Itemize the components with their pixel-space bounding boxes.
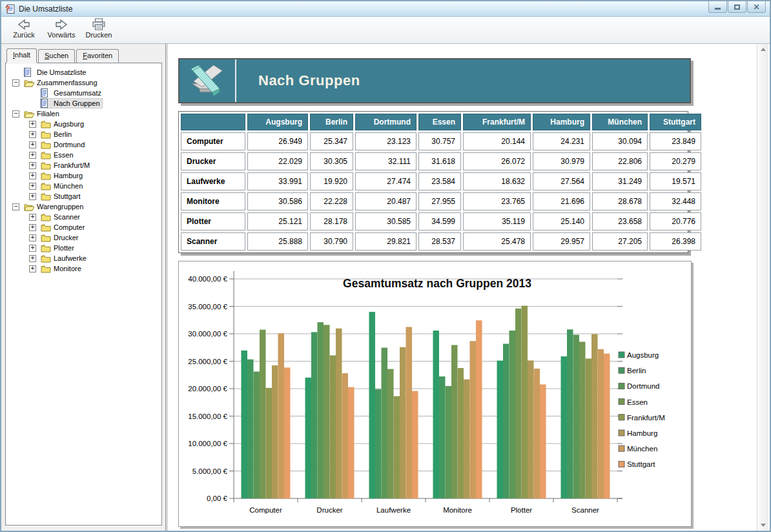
expander-plus-icon[interactable]: + bbox=[26, 141, 41, 148]
bar-m-nchen-computer bbox=[278, 333, 285, 498]
tree-item-m-nchen[interactable]: +München bbox=[6, 181, 161, 191]
tree-item-gesamtumsatz[interactable]: Gesamtumsatz bbox=[6, 88, 161, 98]
tree-item-warengruppen[interactable]: −Warengruppen bbox=[6, 201, 161, 212]
tree-item-die-umsatzliste[interactable]: Die Umsatzliste bbox=[6, 67, 161, 77]
tree-item-nach-gruppen[interactable]: Nach Gruppen bbox=[6, 98, 161, 108]
value-cell: 28.537 bbox=[418, 232, 461, 251]
tree-item-label: Hamburg bbox=[52, 171, 85, 180]
bar-essen-computer bbox=[260, 330, 266, 498]
column-header-stuttgart: Stuttgart bbox=[650, 114, 701, 130]
vertical-scrollbar[interactable] bbox=[757, 44, 768, 531]
value-cell: 21.696 bbox=[533, 192, 590, 210]
value-cell: 30.979 bbox=[533, 152, 590, 170]
legend-swatch-dortmund bbox=[619, 383, 624, 389]
tree-item-berlin[interactable]: +Berlin bbox=[6, 129, 161, 139]
minus-glyph: − bbox=[12, 110, 19, 118]
bar-augsburg-plotter bbox=[497, 361, 504, 499]
tree-item-frankfurt-m[interactable]: +Frankfurt/M bbox=[6, 160, 161, 170]
tab-suchen[interactable]: Suchen bbox=[38, 49, 75, 63]
value-cell: 19.920 bbox=[310, 172, 353, 190]
forward-button[interactable]: Vorwärts bbox=[44, 18, 79, 43]
expander-plus-icon[interactable]: + bbox=[26, 234, 41, 241]
nav-tabs: InhaltSuchenFavoriten bbox=[5, 49, 162, 63]
minimize-icon bbox=[715, 8, 721, 10]
bar-dortmund-plotter bbox=[509, 331, 516, 498]
bar-stuttgart-plotter bbox=[540, 384, 546, 498]
column-header-blank bbox=[181, 114, 245, 130]
bar-essen-scanner bbox=[579, 342, 586, 498]
expander-plus-icon[interactable]: + bbox=[26, 214, 41, 221]
value-cell: 23.849 bbox=[650, 132, 701, 150]
minimize-button[interactable] bbox=[708, 1, 727, 13]
expander-plus-icon[interactable]: + bbox=[26, 193, 41, 200]
print-label: Drucken bbox=[86, 31, 112, 39]
tree-item-laufwerke[interactable]: +Laufwerke bbox=[6, 253, 161, 263]
tree-entry: Gesamtumsatz bbox=[41, 88, 103, 97]
expander-plus-icon[interactable]: + bbox=[26, 152, 41, 159]
close-button[interactable]: ✕ bbox=[747, 1, 766, 13]
folder-closed-icon bbox=[41, 265, 51, 273]
tree-item-dortmund[interactable]: +Dortmund bbox=[6, 139, 161, 150]
plus-glyph: + bbox=[29, 234, 36, 241]
expander-plus-icon[interactable]: + bbox=[26, 131, 41, 138]
tab-favoriten[interactable]: Favoriten bbox=[76, 49, 119, 63]
tree-item-plotter[interactable]: +Plotter bbox=[6, 243, 161, 253]
help-app-icon: ? bbox=[5, 4, 15, 14]
legend-label-m-nchen: München bbox=[627, 445, 657, 453]
tree-item-zusammenfassung[interactable]: −Zusammenfassung bbox=[6, 77, 161, 88]
expander-plus-icon[interactable]: + bbox=[26, 245, 41, 252]
expander-minus-icon[interactable]: − bbox=[10, 203, 24, 210]
expander-plus-icon[interactable]: + bbox=[26, 172, 41, 179]
tree-item-monitore[interactable]: +Monitore bbox=[6, 263, 161, 274]
bar-m-nchen-plotter bbox=[534, 369, 540, 498]
expander-plus-icon[interactable]: + bbox=[26, 224, 41, 231]
scroll-down-button[interactable] bbox=[757, 520, 769, 531]
value-cell: 22.029 bbox=[247, 152, 308, 170]
tree-item-essen[interactable]: +Essen bbox=[6, 150, 161, 160]
value-cell: 32.111 bbox=[355, 152, 416, 170]
bar-augsburg-computer bbox=[242, 351, 248, 498]
page-icon bbox=[24, 68, 32, 77]
x-category-label: Computer bbox=[249, 506, 282, 514]
tab-inhalt[interactable]: Inhalt bbox=[6, 48, 37, 63]
tree-item-hamburg[interactable]: +Hamburg bbox=[6, 170, 161, 181]
expander-plus-icon[interactable]: + bbox=[26, 183, 41, 190]
folder-closed-icon bbox=[41, 234, 51, 242]
expander-plus-icon[interactable]: + bbox=[26, 255, 41, 262]
back-button[interactable]: Zurück bbox=[6, 18, 41, 43]
tree-entry: Computer bbox=[41, 223, 87, 232]
bar-essen-drucker bbox=[324, 325, 330, 498]
tree-item-augsburg[interactable]: +Augsburg bbox=[6, 119, 161, 129]
y-tick-label: 40.000,00 € bbox=[188, 275, 227, 283]
expander-plus-icon[interactable]: + bbox=[26, 162, 41, 169]
tree-item-drucker[interactable]: +Drucker bbox=[6, 232, 161, 243]
tree-item-label: Scanner bbox=[52, 212, 82, 221]
folder-closed-icon bbox=[41, 244, 51, 252]
x-category-label: Monitore bbox=[443, 506, 472, 514]
tree-item-computer[interactable]: +Computer bbox=[6, 222, 161, 232]
maximize-icon bbox=[734, 5, 740, 10]
tree-item-filialen[interactable]: −Filialen bbox=[6, 108, 161, 119]
expander-plus-icon[interactable]: + bbox=[26, 121, 41, 128]
expander-plus-icon[interactable]: + bbox=[26, 265, 41, 272]
expander-minus-icon[interactable]: − bbox=[10, 110, 24, 118]
plus-glyph: + bbox=[29, 224, 36, 231]
legend-label-berlin: Berlin bbox=[627, 367, 646, 374]
tree-item-label: München bbox=[52, 181, 85, 190]
column-header-frankfurt-m: Frankfurt/M bbox=[463, 114, 531, 130]
scroll-up-button[interactable] bbox=[757, 44, 769, 55]
tree-entry: Augsburg bbox=[41, 119, 86, 128]
print-button[interactable]: Drucken bbox=[81, 18, 116, 43]
value-cell: 22.806 bbox=[592, 152, 648, 170]
legend-swatch-essen bbox=[619, 399, 624, 405]
tree-item-label: Die Umsatzliste bbox=[35, 68, 88, 77]
sales-table-wrapper: AugsburgBerlinDortmundEssenFrankfurt/MHa… bbox=[178, 111, 688, 253]
maximize-button[interactable] bbox=[728, 1, 746, 13]
tree-item-scanner[interactable]: +Scanner bbox=[6, 212, 161, 222]
bar-m-nchen-monitore bbox=[470, 341, 477, 498]
value-cell: 20.279 bbox=[650, 152, 701, 170]
expander-minus-icon[interactable]: − bbox=[10, 79, 24, 87]
legend-label-stuttgart: Stuttgart bbox=[627, 460, 655, 468]
tree-item-stuttgart[interactable]: +Stuttgart bbox=[6, 191, 161, 201]
table-row-plotter: Plotter25.12128.17830.58534.59935.11925.… bbox=[181, 212, 701, 230]
